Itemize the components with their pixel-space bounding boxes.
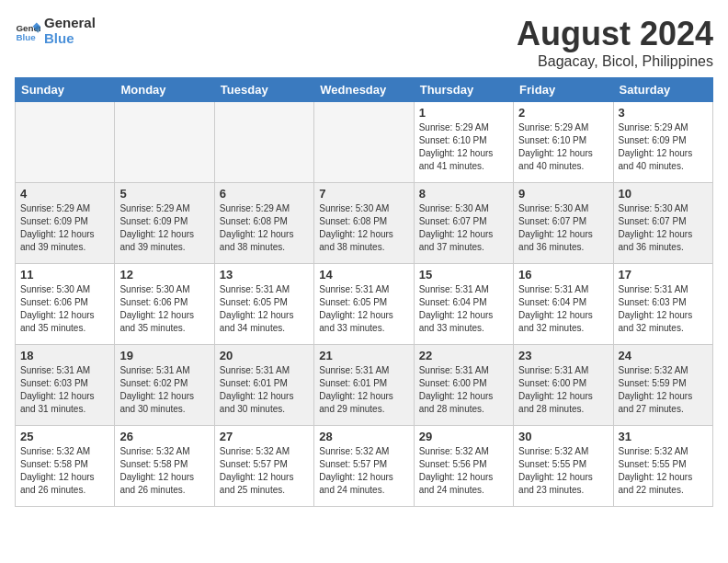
day-info: Sunrise: 5:31 AM Sunset: 6:00 PM Dayligh… — [518, 364, 608, 416]
day-number: 21 — [319, 349, 408, 362]
day-info: Sunrise: 5:30 AM Sunset: 6:07 PM Dayligh… — [619, 202, 708, 254]
title-block: August 2024 Bagacay, Bicol, Philippines — [517, 15, 713, 70]
day-number: 12 — [119, 268, 209, 282]
calendar-cell — [314, 102, 414, 183]
calendar-cell: 16Sunrise: 5:31 AM Sunset: 6:04 PM Dayli… — [514, 264, 613, 345]
day-number: 5 — [119, 187, 209, 201]
calendar-cell: 19Sunrise: 5:31 AM Sunset: 6:02 PM Dayli… — [115, 345, 214, 426]
day-info: Sunrise: 5:31 AM Sunset: 6:01 PM Dayligh… — [319, 364, 408, 416]
calendar-cell: 29Sunrise: 5:32 AM Sunset: 5:56 PM Dayli… — [414, 426, 513, 507]
calendar-cell: 23Sunrise: 5:31 AM Sunset: 6:00 PM Dayli… — [514, 345, 613, 426]
calendar-week-5: 25Sunrise: 5:32 AM Sunset: 5:58 PM Dayli… — [16, 426, 713, 507]
calendar-cell: 10Sunrise: 5:30 AM Sunset: 6:07 PM Dayli… — [613, 183, 712, 264]
calendar-cell: 26Sunrise: 5:32 AM Sunset: 5:58 PM Dayli… — [115, 426, 214, 507]
day-info: Sunrise: 5:30 AM Sunset: 6:07 PM Dayligh… — [518, 202, 608, 254]
col-monday: Monday — [115, 78, 214, 102]
day-number: 26 — [119, 430, 209, 443]
calendar-cell: 22Sunrise: 5:31 AM Sunset: 6:00 PM Dayli… — [414, 345, 513, 426]
col-thursday: Thursday — [414, 78, 513, 102]
logo-icon: General Blue — [15, 17, 40, 43]
day-info: Sunrise: 5:32 AM Sunset: 5:55 PM Dayligh… — [518, 445, 608, 497]
calendar-cell: 24Sunrise: 5:32 AM Sunset: 5:59 PM Dayli… — [613, 345, 712, 426]
calendar-cell: 13Sunrise: 5:31 AM Sunset: 6:05 PM Dayli… — [214, 264, 313, 345]
day-info: Sunrise: 5:32 AM Sunset: 5:58 PM Dayligh… — [20, 445, 109, 497]
day-number: 29 — [419, 430, 508, 443]
calendar-cell: 20Sunrise: 5:31 AM Sunset: 6:01 PM Dayli… — [214, 345, 313, 426]
calendar-cell: 7Sunrise: 5:30 AM Sunset: 6:08 PM Daylig… — [314, 183, 414, 264]
calendar-cell — [115, 102, 214, 183]
calendar-cell: 18Sunrise: 5:31 AM Sunset: 6:03 PM Dayli… — [16, 345, 115, 426]
day-info: Sunrise: 5:31 AM Sunset: 6:04 PM Dayligh… — [419, 283, 508, 335]
calendar-cell: 30Sunrise: 5:32 AM Sunset: 5:55 PM Dayli… — [514, 426, 613, 507]
calendar-cell: 1Sunrise: 5:29 AM Sunset: 6:10 PM Daylig… — [414, 102, 513, 183]
day-info: Sunrise: 5:32 AM Sunset: 5:58 PM Dayligh… — [119, 445, 209, 497]
calendar-title: August 2024 — [517, 15, 713, 53]
day-info: Sunrise: 5:29 AM Sunset: 6:09 PM Dayligh… — [119, 202, 209, 254]
day-number: 23 — [518, 349, 608, 362]
calendar-cell: 17Sunrise: 5:31 AM Sunset: 6:03 PM Dayli… — [613, 264, 712, 345]
calendar-cell — [16, 102, 115, 183]
day-number: 30 — [518, 430, 608, 443]
day-info: Sunrise: 5:30 AM Sunset: 6:07 PM Dayligh… — [419, 202, 508, 254]
day-number: 13 — [220, 268, 309, 282]
calendar-cell: 31Sunrise: 5:32 AM Sunset: 5:55 PM Dayli… — [613, 426, 712, 507]
col-sunday: Sunday — [16, 78, 115, 102]
logo-blue: Blue — [44, 30, 96, 46]
col-tuesday: Tuesday — [214, 78, 313, 102]
calendar-cell: 6Sunrise: 5:29 AM Sunset: 6:08 PM Daylig… — [214, 183, 313, 264]
calendar-cell: 15Sunrise: 5:31 AM Sunset: 6:04 PM Dayli… — [414, 264, 513, 345]
day-number: 7 — [319, 187, 408, 201]
calendar-week-2: 4Sunrise: 5:29 AM Sunset: 6:09 PM Daylig… — [16, 183, 713, 264]
day-number: 1 — [419, 106, 508, 120]
calendar-cell: 2Sunrise: 5:29 AM Sunset: 6:10 PM Daylig… — [514, 102, 613, 183]
day-info: Sunrise: 5:32 AM Sunset: 5:57 PM Dayligh… — [319, 445, 408, 497]
calendar-cell: 14Sunrise: 5:31 AM Sunset: 6:05 PM Dayli… — [314, 264, 414, 345]
day-info: Sunrise: 5:31 AM Sunset: 6:01 PM Dayligh… — [220, 364, 309, 416]
calendar-cell: 5Sunrise: 5:29 AM Sunset: 6:09 PM Daylig… — [115, 183, 214, 264]
day-number: 25 — [20, 430, 109, 443]
day-info: Sunrise: 5:31 AM Sunset: 6:00 PM Dayligh… — [419, 364, 508, 416]
calendar-week-1: 1Sunrise: 5:29 AM Sunset: 6:10 PM Daylig… — [16, 102, 713, 183]
day-info: Sunrise: 5:32 AM Sunset: 5:59 PM Dayligh… — [619, 364, 708, 416]
header-row: Sunday Monday Tuesday Wednesday Thursday… — [16, 78, 713, 102]
day-number: 9 — [518, 187, 608, 201]
day-number: 18 — [20, 349, 109, 362]
day-number: 24 — [619, 349, 708, 362]
calendar-cell: 9Sunrise: 5:30 AM Sunset: 6:07 PM Daylig… — [514, 183, 613, 264]
day-info: Sunrise: 5:31 AM Sunset: 6:04 PM Dayligh… — [518, 283, 608, 335]
day-info: Sunrise: 5:29 AM Sunset: 6:08 PM Dayligh… — [220, 202, 309, 254]
day-info: Sunrise: 5:30 AM Sunset: 6:08 PM Dayligh… — [319, 202, 408, 254]
day-number: 17 — [619, 268, 708, 282]
day-number: 27 — [220, 430, 309, 443]
day-number: 28 — [319, 430, 408, 443]
day-info: Sunrise: 5:32 AM Sunset: 5:56 PM Dayligh… — [419, 445, 508, 497]
col-saturday: Saturday — [613, 78, 712, 102]
col-friday: Friday — [514, 78, 613, 102]
calendar-cell — [214, 102, 313, 183]
day-number: 11 — [20, 268, 109, 282]
calendar-week-3: 11Sunrise: 5:30 AM Sunset: 6:06 PM Dayli… — [16, 264, 713, 345]
day-number: 31 — [619, 430, 708, 443]
calendar-week-4: 18Sunrise: 5:31 AM Sunset: 6:03 PM Dayli… — [16, 345, 713, 426]
day-info: Sunrise: 5:31 AM Sunset: 6:03 PM Dayligh… — [20, 364, 109, 416]
day-info: Sunrise: 5:31 AM Sunset: 6:03 PM Dayligh… — [619, 283, 708, 335]
logo-general: General — [44, 15, 96, 30]
day-info: Sunrise: 5:31 AM Sunset: 6:05 PM Dayligh… — [319, 283, 408, 335]
calendar-cell: 25Sunrise: 5:32 AM Sunset: 5:58 PM Dayli… — [16, 426, 115, 507]
day-info: Sunrise: 5:32 AM Sunset: 5:55 PM Dayligh… — [619, 445, 708, 497]
day-info: Sunrise: 5:30 AM Sunset: 6:06 PM Dayligh… — [20, 283, 109, 335]
calendar-cell: 4Sunrise: 5:29 AM Sunset: 6:09 PM Daylig… — [16, 183, 115, 264]
day-info: Sunrise: 5:32 AM Sunset: 5:57 PM Dayligh… — [220, 445, 309, 497]
calendar-cell: 27Sunrise: 5:32 AM Sunset: 5:57 PM Dayli… — [214, 426, 313, 507]
day-number: 2 — [518, 106, 608, 120]
logo: General Blue General Blue — [15, 15, 96, 47]
calendar-cell: 12Sunrise: 5:30 AM Sunset: 6:06 PM Dayli… — [115, 264, 214, 345]
day-info: Sunrise: 5:29 AM Sunset: 6:09 PM Dayligh… — [619, 121, 708, 173]
day-number: 14 — [319, 268, 408, 282]
calendar-table: Sunday Monday Tuesday Wednesday Thursday… — [15, 77, 713, 507]
calendar-cell: 8Sunrise: 5:30 AM Sunset: 6:07 PM Daylig… — [414, 183, 513, 264]
day-number: 20 — [220, 349, 309, 362]
svg-text:Blue: Blue — [16, 32, 36, 42]
day-number: 4 — [20, 187, 109, 201]
day-number: 15 — [419, 268, 508, 282]
